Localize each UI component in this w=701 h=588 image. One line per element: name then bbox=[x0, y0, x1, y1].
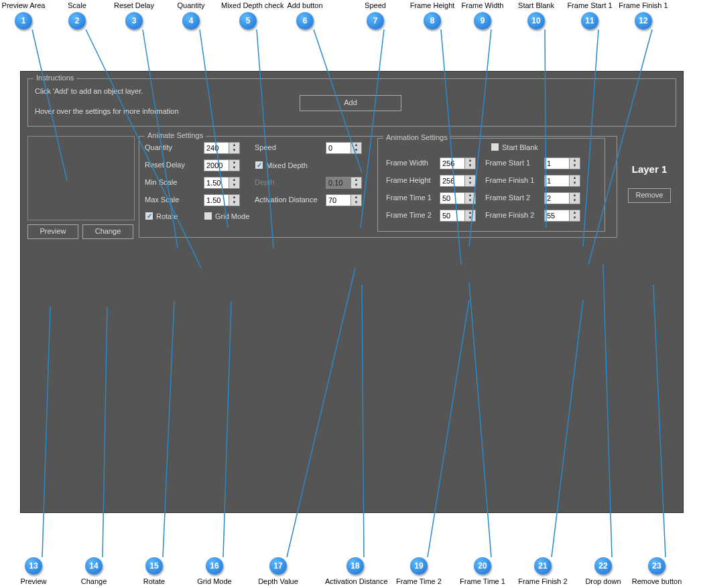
activation-distance-label: Activation Distance bbox=[255, 196, 318, 204]
callout-circle: 23 bbox=[648, 557, 665, 575]
spin-down-icon[interactable]: ▼ bbox=[570, 163, 580, 169]
spin-up-icon[interactable]: ▲ bbox=[229, 160, 239, 165]
callout-circle: 6 bbox=[296, 12, 314, 29]
add-button[interactable]: Add bbox=[300, 95, 401, 111]
change-button[interactable]: Change bbox=[82, 224, 133, 239]
callout-circle: 3 bbox=[125, 12, 143, 29]
instructions-legend: Instructions bbox=[34, 74, 76, 82]
quantity-label: Quantity bbox=[145, 143, 172, 151]
spin-up-icon[interactable]: ▲ bbox=[465, 175, 475, 181]
spin-up-icon[interactable]: ▲ bbox=[465, 158, 475, 163]
frame-finish1-label: Frame Finish 1 bbox=[485, 176, 534, 184]
frame-finish2-input[interactable] bbox=[544, 210, 570, 222]
callout-circle: 22 bbox=[594, 557, 612, 575]
frame-finish2-label: Frame Finish 2 bbox=[485, 211, 534, 219]
spin-down-icon[interactable]: ▼ bbox=[570, 216, 580, 221]
spin-up-icon[interactable]: ▲ bbox=[351, 195, 361, 200]
grid-mode-checkbox[interactable]: Grid Mode bbox=[204, 212, 249, 220]
spin-down-icon[interactable]: ▼ bbox=[229, 200, 239, 206]
callout-label: Frame Finish 1 bbox=[617, 1, 670, 9]
checkbox-icon bbox=[204, 212, 212, 220]
spin-up-icon[interactable]: ▲ bbox=[229, 195, 239, 200]
activation-distance-spinner[interactable]: ▲▼ bbox=[326, 194, 362, 206]
frame-finish1-spinner[interactable]: ▲▼ bbox=[544, 175, 580, 187]
instructions-line1: Click 'Add' to add an object layer. bbox=[35, 87, 669, 95]
spin-down-icon[interactable]: ▼ bbox=[465, 181, 475, 186]
callout-circle: 15 bbox=[145, 557, 163, 575]
max-scale-input[interactable] bbox=[204, 194, 229, 206]
callout-circle: 13 bbox=[25, 557, 42, 575]
callout-label: Scale bbox=[50, 1, 104, 9]
spin-down-icon[interactable]: ▼ bbox=[570, 181, 580, 186]
spin-up-icon[interactable]: ▲ bbox=[465, 193, 475, 198]
callout-label: Frame Time 2 bbox=[389, 577, 449, 585]
spin-up-icon[interactable]: ▲ bbox=[229, 143, 239, 148]
spin-up-icon[interactable]: ▲ bbox=[570, 193, 580, 198]
spin-down-icon[interactable]: ▼ bbox=[570, 198, 580, 204]
callout-label: Frame Time 1 bbox=[452, 577, 513, 585]
rotate-label: Rotate bbox=[156, 212, 178, 220]
spin-down-icon[interactable]: ▼ bbox=[229, 165, 239, 171]
grid-mode-label: Grid Mode bbox=[215, 212, 249, 220]
spin-down-icon[interactable]: ▼ bbox=[465, 216, 475, 221]
frame-time2-input[interactable] bbox=[440, 210, 465, 222]
spin-up-icon: ▲ bbox=[351, 177, 361, 183]
frame-time1-input[interactable] bbox=[440, 192, 465, 204]
frame-start1-spinner[interactable]: ▲▼ bbox=[544, 157, 580, 169]
frame-finish1-input[interactable] bbox=[544, 175, 570, 187]
reset-delay-spinner[interactable]: ▲▼ bbox=[204, 159, 240, 171]
frame-height-label: Frame Height bbox=[386, 176, 431, 184]
callout-circle: 11 bbox=[581, 12, 598, 29]
min-scale-spinner[interactable]: ▲▼ bbox=[204, 177, 240, 189]
frame-width-input[interactable] bbox=[440, 157, 465, 169]
spin-down-icon[interactable]: ▼ bbox=[465, 163, 475, 169]
callout-label: Grid Mode bbox=[184, 577, 245, 585]
quantity-input[interactable] bbox=[204, 142, 229, 154]
spin-down-icon[interactable]: ▼ bbox=[351, 200, 361, 206]
callout-label: Add button bbox=[278, 1, 332, 9]
frame-start2-spinner[interactable]: ▲▼ bbox=[544, 192, 580, 204]
frame-finish2-spinner[interactable]: ▲▼ bbox=[544, 210, 580, 222]
frame-start1-input[interactable] bbox=[544, 157, 570, 169]
spin-down-icon[interactable]: ▼ bbox=[229, 183, 239, 188]
spin-down-icon[interactable]: ▼ bbox=[229, 148, 239, 153]
max-scale-spinner[interactable]: ▲▼ bbox=[204, 194, 240, 206]
frame-height-spinner[interactable]: ▲▼ bbox=[440, 175, 476, 187]
callout-circle: 9 bbox=[474, 12, 491, 29]
spin-up-icon[interactable]: ▲ bbox=[570, 158, 580, 163]
callout-label: Drop down bbox=[573, 577, 633, 585]
mixed-depth-checkbox[interactable]: ✓Mixed Depth bbox=[255, 161, 308, 169]
callout-label: Preview Area bbox=[0, 1, 50, 9]
callout-circle: 18 bbox=[346, 557, 364, 575]
quantity-spinner[interactable]: ▲▼ bbox=[204, 142, 240, 154]
frame-height-input[interactable] bbox=[440, 175, 465, 187]
animation-settings-fieldset: Animation Settings Start Blank Frame Wid… bbox=[377, 138, 605, 232]
reset-delay-input[interactable] bbox=[204, 159, 229, 171]
spin-down-icon[interactable]: ▼ bbox=[351, 148, 361, 153]
preview-button[interactable]: Preview bbox=[27, 224, 78, 239]
min-scale-input[interactable] bbox=[204, 177, 229, 189]
frame-time2-spinner[interactable]: ▲▼ bbox=[440, 210, 476, 222]
speed-label: Speed bbox=[255, 143, 276, 151]
spin-up-icon[interactable]: ▲ bbox=[351, 143, 361, 148]
activation-distance-input[interactable] bbox=[326, 194, 351, 206]
instructions-fieldset: Instructions Click 'Add' to add an objec… bbox=[27, 78, 676, 127]
spin-down-icon[interactable]: ▼ bbox=[465, 198, 475, 204]
speed-spinner[interactable]: ▲▼ bbox=[326, 142, 362, 154]
rotate-checkbox[interactable]: ✓Rotate bbox=[145, 212, 178, 220]
frame-start2-input[interactable] bbox=[544, 192, 570, 204]
spin-up-icon[interactable]: ▲ bbox=[570, 210, 580, 216]
remove-button[interactable]: Remove bbox=[628, 188, 671, 203]
frame-start1-label: Frame Start 1 bbox=[485, 159, 530, 167]
speed-input[interactable] bbox=[326, 142, 351, 154]
checkbox-icon: ✓ bbox=[145, 212, 153, 220]
frame-time1-spinner[interactable]: ▲▼ bbox=[440, 192, 476, 204]
spin-up-icon[interactable]: ▲ bbox=[465, 210, 475, 216]
frame-start2-label: Frame Start 2 bbox=[485, 194, 530, 202]
spin-up-icon[interactable]: ▲ bbox=[570, 175, 580, 181]
spin-up-icon[interactable]: ▲ bbox=[229, 177, 239, 183]
callout-label: Speed bbox=[348, 1, 402, 9]
callout-circle: 5 bbox=[239, 12, 257, 29]
start-blank-checkbox[interactable]: Start Blank bbox=[491, 143, 538, 151]
frame-width-spinner[interactable]: ▲▼ bbox=[440, 157, 476, 169]
